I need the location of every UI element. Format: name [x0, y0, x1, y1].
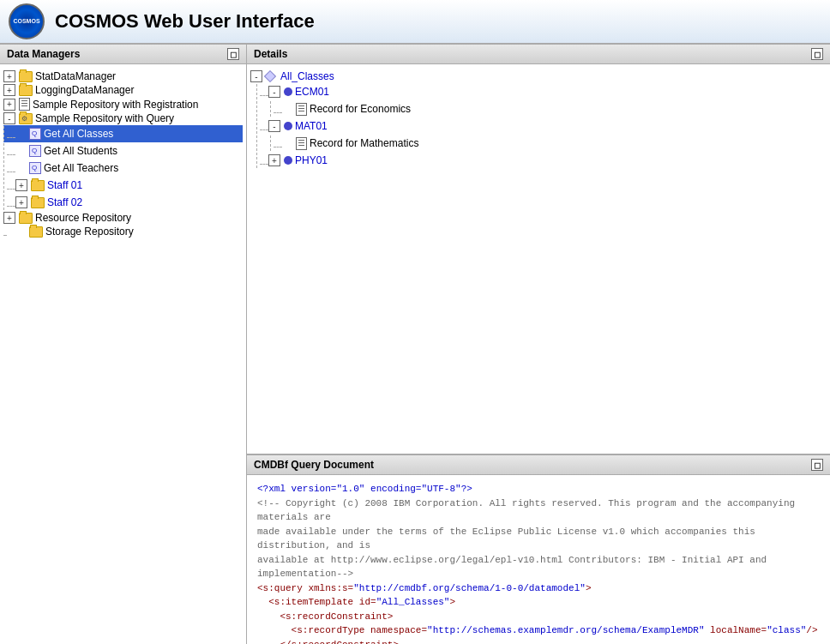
label-get-all-students: Get All Students [44, 145, 117, 157]
expand-stat[interactable]: + [3, 70, 15, 82]
query-collapse-icon[interactable]: ◻ [811, 459, 823, 471]
expand-staff02[interactable]: + [15, 196, 27, 208]
doc-icon-sample-reg [19, 98, 30, 111]
expand-resource[interactable]: + [3, 212, 15, 224]
cosmos-logo: COSMOS [9, 3, 45, 39]
left-panel: Data Managers ◻ + StatDataManager + Logg… [0, 45, 247, 644]
expand-log[interactable]: + [3, 84, 15, 96]
details-tree: - All_Classes - ECM01 [247, 64, 830, 454]
data-managers-header: Data Managers ◻ [0, 45, 246, 64]
expand-phy01[interactable]: + [268, 154, 280, 166]
folder-icon-storage [29, 226, 43, 238]
expand-all-classes[interactable]: - [250, 70, 262, 82]
label-storage: Storage Repository [45, 226, 134, 238]
tree-item-resource[interactable]: + Resource Repository [3, 211, 243, 225]
expand-sample-query[interactable]: - [3, 112, 15, 124]
label-staff01: Staff 01 [47, 179, 82, 191]
data-managers-tree: + StatDataManager + LoggingDataManager +… [0, 64, 246, 644]
label-sample-reg: Sample Repository with Registration [33, 99, 198, 111]
label-record-econ: Record for Economics [310, 103, 411, 115]
label-phy01: PHY01 [295, 154, 328, 166]
app-title: COSMOS Web User Interface [55, 10, 315, 33]
expand-sample-reg[interactable]: + [3, 99, 15, 111]
code-line-5: <s:query xmlns:s="http://cmdbf.org/schem… [257, 581, 820, 596]
label-all-classes: All_Classes [280, 70, 334, 82]
label-ecm01: ECM01 [295, 86, 329, 98]
main-layout: Data Managers ◻ + StatDataManager + Logg… [0, 45, 830, 644]
details-collapse-icon[interactable]: ◻ [811, 48, 823, 60]
folder-gear-icon-sample-query [19, 113, 33, 124]
data-managers-title: Data Managers [7, 48, 80, 60]
tree-item-log[interactable]: + LoggingDataManager [3, 83, 243, 97]
query-code-area: <?xml version="1.0" encoding="UTF-8"?> <… [247, 475, 830, 644]
tree-item-storage[interactable]: Storage Repository [3, 225, 243, 238]
label-log: LoggingDataManager [35, 84, 134, 96]
query-icon-get-all-classes [29, 128, 41, 140]
tree-item-sample-reg[interactable]: + Sample Repository with Registration [3, 97, 243, 111]
code-line-6: <s:itemTemplate id="All_Classes"> [257, 595, 820, 610]
tree-item-get-all-teachers[interactable]: Get All Teachers [3, 159, 243, 177]
details-title: Details [254, 48, 287, 60]
query-icon-get-all-teachers [29, 162, 41, 174]
code-line-2: <!-- Copyright (c) 2008 IBM Corporation.… [257, 497, 820, 525]
tree-item-get-all-classes[interactable]: Get All Classes [3, 125, 243, 142]
label-resource: Resource Repository [35, 212, 131, 224]
header: COSMOS COSMOS Web User Interface [0, 0, 830, 45]
code-line-7: <s:recordConstraint> [257, 610, 820, 624]
label-record-math: Record for Mathematics [310, 137, 418, 149]
tree-item-phy01[interactable]: + PHY01 [250, 152, 827, 169]
label-get-all-teachers: Get All Teachers [44, 162, 118, 174]
folder-icon-stat [19, 71, 33, 82]
code-line-4: available at http://www.eclipse.org/lega… [257, 553, 820, 581]
tree-item-mat01[interactable]: - MAT01 [250, 117, 827, 135]
query-header: CMDBf Query Document ◻ [247, 455, 830, 475]
diamond-icon-all-classes [264, 70, 276, 82]
label-sample-query: Sample Repository with Query [35, 112, 174, 124]
right-panel: Details ◻ - All_Classes - [247, 45, 830, 644]
label-get-all-classes: Get All Classes [44, 128, 113, 140]
query-icon-get-all-students [29, 145, 41, 157]
expand-ecm01[interactable]: - [268, 86, 280, 98]
expand-mat01[interactable]: - [268, 120, 280, 132]
tree-item-sample-query[interactable]: - Sample Repository with Query [3, 111, 243, 125]
folder-icon-log [19, 85, 33, 96]
folder-icon-staff02 [31, 197, 45, 208]
tree-item-ecm01[interactable]: - ECM01 [250, 83, 827, 100]
dot-icon-phy01 [284, 156, 292, 165]
code-line-8: <s:recordType namespace="http://schemas.… [257, 623, 820, 638]
tree-item-all-classes[interactable]: - All_Classes [250, 69, 827, 83]
expand-staff01[interactable]: + [15, 179, 27, 191]
label-mat01: MAT01 [295, 120, 328, 132]
tree-item-record-math[interactable]: Record for Mathematics [250, 135, 827, 152]
data-managers-collapse-icon[interactable]: ◻ [227, 48, 239, 60]
label-staff02: Staff 02 [47, 196, 82, 208]
doc-icon-record-econ [296, 103, 307, 116]
folder-icon-staff01 [31, 180, 45, 191]
query-panel: CMDBf Query Document ◻ <?xml version="1.… [247, 455, 830, 644]
dot-icon-mat01 [284, 122, 292, 130]
query-title: CMDBf Query Document [254, 459, 374, 471]
code-line-9: </s:recordConstraint> [257, 638, 820, 645]
tree-item-stat[interactable]: + StatDataManager [3, 69, 243, 83]
doc-icon-record-math [296, 137, 307, 150]
folder-icon-resource [19, 213, 33, 224]
details-header: Details ◻ [247, 45, 830, 64]
dot-icon-ecm01 [284, 87, 292, 96]
tree-item-record-econ[interactable]: Record for Economics [250, 100, 827, 117]
code-line-1: <?xml version="1.0" encoding="UTF-8"?> [257, 482, 820, 497]
tree-item-get-all-students[interactable]: Get All Students [3, 142, 243, 159]
code-line-3: made available under the terms of the Ec… [257, 525, 820, 553]
label-stat: StatDataManager [35, 70, 116, 82]
details-top: Details ◻ - All_Classes - [247, 45, 830, 455]
tree-item-staff02[interactable]: + Staff 02 [3, 194, 243, 211]
tree-item-staff01[interactable]: + Staff 01 [3, 177, 243, 194]
